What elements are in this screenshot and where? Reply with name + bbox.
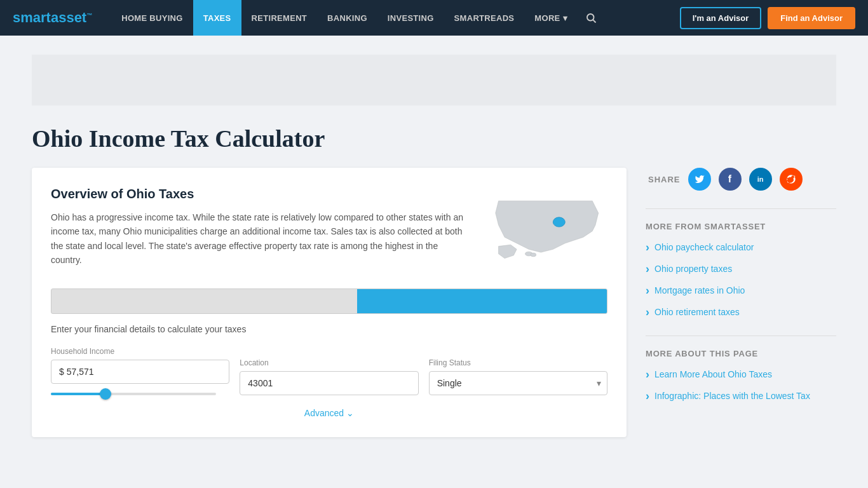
nav-links: HOME BUYING TAXES RETIREMENT BANKING INV… bbox=[111, 0, 679, 36]
nav-investing[interactable]: INVESTING bbox=[377, 0, 444, 36]
share-label: SHARE bbox=[648, 175, 681, 184]
progress-bar bbox=[51, 288, 607, 314]
sidebar-link-learn-more[interactable]: Learn More About Ohio Taxes bbox=[646, 369, 836, 380]
map-container bbox=[480, 187, 607, 269]
navigation: smartasset™ HOME BUYING TAXES RETIREMENT… bbox=[0, 0, 868, 36]
share-section: SHARE f in bbox=[646, 168, 836, 191]
svg-point-2 bbox=[553, 217, 565, 227]
chevron-down-icon: ▾ bbox=[563, 13, 567, 23]
advanced-row: Advanced ⌄ bbox=[51, 408, 607, 418]
nav-home-buying[interactable]: HOME BUYING bbox=[111, 0, 193, 36]
linkedin-share-button[interactable]: in bbox=[749, 168, 772, 191]
advanced-label: Advanced bbox=[304, 408, 344, 418]
nav-smartreads[interactable]: SMARTREADS bbox=[444, 0, 525, 36]
calculator-card: Overview of Ohio Taxes Ohio has a progre… bbox=[32, 168, 627, 437]
calc-subtitle: Enter your financial details to calculat… bbox=[51, 324, 607, 334]
filing-status-group: Filing Status Single Married Filing Join… bbox=[429, 358, 607, 395]
sidebar-link-property[interactable]: Ohio property taxes bbox=[646, 263, 836, 274]
nav-banking[interactable]: BANKING bbox=[317, 0, 377, 36]
sidebar-link-paycheck[interactable]: Ohio paycheck calculator bbox=[646, 241, 836, 253]
household-income-label: Household Income bbox=[51, 347, 229, 356]
form-row: Household Income Location Filing Status bbox=[51, 347, 607, 395]
household-income-input[interactable] bbox=[51, 360, 229, 384]
more-from-section: MORE FROM SMARTASSET Ohio paycheck calcu… bbox=[646, 208, 836, 318]
im-advisor-button[interactable]: I'm an Advisor bbox=[680, 7, 762, 29]
facebook-icon: f bbox=[728, 173, 731, 185]
search-icon[interactable] bbox=[578, 0, 604, 36]
nav-retirement[interactable]: RETIREMENT bbox=[241, 0, 318, 36]
us-map bbox=[480, 187, 607, 269]
ad-banner bbox=[32, 55, 836, 105]
slider-track bbox=[51, 393, 216, 395]
main-wrapper: Ohio Income Tax Calculator Overview of O… bbox=[0, 36, 868, 456]
nav-taxes[interactable]: TAXES bbox=[193, 0, 241, 36]
twitter-icon bbox=[695, 174, 705, 184]
filing-status-select[interactable]: Single Married Filing Jointly Married Fi… bbox=[429, 371, 607, 395]
location-group: Location bbox=[240, 358, 418, 395]
sidebar-link-infographic[interactable]: Infographic: Places with the Lowest Tax bbox=[646, 390, 836, 402]
linkedin-icon: in bbox=[757, 175, 764, 183]
twitter-share-button[interactable] bbox=[688, 168, 711, 191]
content-layout: Overview of Ohio Taxes Ohio has a progre… bbox=[32, 168, 836, 437]
sidebar-link-retirement[interactable]: Ohio retirement taxes bbox=[646, 306, 836, 318]
page-title: Ohio Income Tax Calculator bbox=[32, 125, 836, 152]
slider-container bbox=[51, 393, 229, 395]
svg-point-0 bbox=[587, 14, 594, 21]
find-advisor-button[interactable]: Find an Advisor bbox=[768, 7, 855, 29]
nav-more[interactable]: MORE ▾ bbox=[524, 0, 578, 36]
more-about-section: MORE ABOUT THIS PAGE Learn More About Oh… bbox=[646, 336, 836, 402]
more-from-title: MORE FROM SMARTASSET bbox=[646, 222, 836, 231]
reddit-icon bbox=[786, 174, 796, 184]
logo[interactable]: smartasset™ bbox=[13, 10, 92, 26]
location-input[interactable] bbox=[240, 371, 418, 395]
more-about-title: MORE ABOUT THIS PAGE bbox=[646, 349, 836, 358]
logo-smart: smart bbox=[13, 10, 51, 25]
facebook-share-button[interactable]: f bbox=[719, 168, 742, 191]
svg-line-1 bbox=[593, 20, 595, 22]
overview-paragraph: Ohio has a progressive income tax. While… bbox=[51, 210, 468, 268]
reddit-share-button[interactable] bbox=[780, 168, 803, 191]
overview-text: Overview of Ohio Taxes Ohio has a progre… bbox=[51, 187, 468, 269]
sidebar-link-mortgage[interactable]: Mortgage rates in Ohio bbox=[646, 285, 836, 296]
slider-thumb[interactable] bbox=[100, 388, 111, 400]
logo-asset: asset bbox=[51, 10, 86, 25]
logo-tm: ™ bbox=[86, 12, 92, 18]
svg-point-4 bbox=[531, 253, 536, 257]
filing-status-select-wrapper: Single Married Filing Jointly Married Fi… bbox=[429, 371, 607, 395]
sidebar: SHARE f in MORE FROM SMARTASSET Ohio pay… bbox=[646, 168, 836, 419]
overview-section: Overview of Ohio Taxes Ohio has a progre… bbox=[51, 187, 607, 269]
advanced-chevron-icon: ⌄ bbox=[346, 408, 354, 418]
nav-buttons: I'm an Advisor Find an Advisor bbox=[680, 7, 855, 29]
advanced-button[interactable]: Advanced ⌄ bbox=[304, 408, 354, 418]
overview-heading: Overview of Ohio Taxes bbox=[51, 187, 468, 201]
filing-status-label: Filing Status bbox=[429, 358, 607, 367]
household-income-group: Household Income bbox=[51, 347, 229, 395]
location-label: Location bbox=[240, 358, 418, 367]
